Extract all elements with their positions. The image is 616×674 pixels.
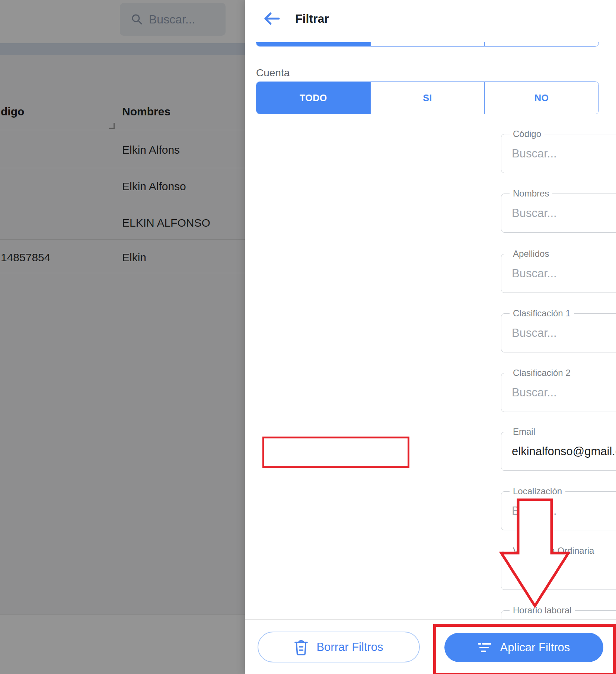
field-placeholder: Buscar... [512,326,557,340]
field-placeholder: Buscar... [512,267,557,280]
field-label: Horario laboral [510,606,575,615]
cuenta-segmented-control: TODO SI NO [256,82,599,114]
email-value: elkinalfonso@gmail.com [512,445,616,458]
field-label: Valor Hora Ordinaria [510,546,597,556]
field-label: Clasificación 2 [510,368,574,378]
clear-filters-button[interactable]: Borrar Filtros [258,632,420,662]
drawer-header: Filtrar [245,0,616,42]
field-placeholder: Buscar... [512,564,557,577]
apply-filters-label: Aplicar Filtros [500,641,570,654]
field-label: Nombres [510,189,552,198]
filter-drawer: Filtrar Cuenta TODO SI NO Código Buscar.… [245,0,616,674]
field-placeholder: Buscar... [512,207,557,220]
filter-field-apellidos[interactable]: Apellidos Buscar... [501,254,616,293]
clear-filters-label: Borrar Filtros [316,641,383,654]
field-label: Código [510,129,545,139]
field-placeholder: Buscar... [512,147,557,160]
trash-icon [294,639,308,656]
field-placeholder: Buscar... [512,504,557,518]
filter-field-valor-hora-ordinaria[interactable]: Valor Hora Ordinaria Buscar... [501,551,616,590]
cuenta-option-no[interactable]: NO [484,82,599,114]
drawer-scrim[interactable] [0,0,245,674]
field-placeholder: Buscar... [512,386,557,399]
back-arrow-icon[interactable] [263,11,280,28]
field-label: Apellidos [510,249,552,259]
cuenta-option-si[interactable]: SI [370,82,485,114]
cuenta-option-todo[interactable]: TODO [256,82,370,114]
filter-field-email[interactable]: Email elkinalfonso@gmail.com [501,432,616,471]
filter-field-codigo[interactable]: Código Buscar... [501,134,616,173]
drawer-title: Filtrar [295,12,329,26]
filter-field-nombres[interactable]: Nombres Buscar... [501,194,616,233]
field-label: Localización [510,486,565,496]
drawer-footer: Borrar Filtros Aplicar Filtros [245,619,616,674]
filter-field-clasificacion-1[interactable]: Clasificación 1 Buscar... [501,313,616,352]
filter-field-clasificacion-2[interactable]: Clasificación 2 Buscar... [501,373,616,412]
field-label: Email [510,427,539,437]
apply-filters-button[interactable]: Aplicar Filtros [444,633,603,662]
filter-icon [478,643,491,652]
screen: Buscar... digo Nombres Elkin Alfons Elki… [0,0,616,674]
filter-field-localizacion[interactable]: Localización Buscar... [501,491,616,530]
cuenta-label: Cuenta [256,67,290,79]
field-label: Clasificación 1 [510,309,574,318]
